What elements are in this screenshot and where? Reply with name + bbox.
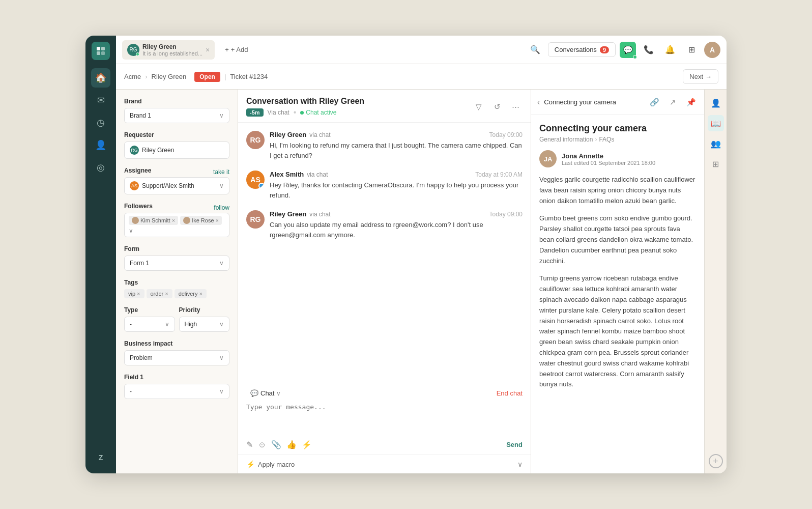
rail-apps-icon[interactable]: ⊞	[708, 156, 724, 172]
msg-sender-1: Riley Green	[270, 131, 306, 138]
nav-clock[interactable]: ◷	[91, 113, 110, 132]
priority-label: Priority	[179, 306, 230, 314]
tag-delivery-text: delivery	[179, 291, 198, 297]
rail-user-icon[interactable]: 👤	[708, 95, 724, 111]
conv-actions: ▽ ↺ ⋯	[472, 100, 523, 114]
msg-header-2: Alex Smith via chat Today at 9:00 AM	[270, 171, 523, 178]
filter-button[interactable]: ▽	[472, 100, 486, 114]
kb-para-2: Gumbo beet greens corn soko endive gumbo…	[539, 213, 696, 266]
nav-person[interactable]: 👤	[91, 135, 110, 155]
breadcrumb-acme[interactable]: Acme	[124, 73, 141, 80]
rail-book-icon[interactable]: 📖	[708, 115, 724, 131]
chat-toolbar: ✎ ☺ 📎 👍 ⚡ Send	[246, 436, 523, 449]
sidebar-nav: 🏠 ✉ ◷ 👤 ◎ Z	[85, 36, 116, 473]
chat-type-button[interactable]: 💬 Chat ∨	[246, 387, 285, 399]
emoji-icon[interactable]: ☺	[258, 440, 266, 449]
nav-zendesk[interactable]: Z	[91, 448, 110, 467]
lightning-icon[interactable]: ⚡	[302, 440, 312, 449]
tab-close-icon[interactable]: ×	[206, 46, 210, 54]
edit-icon[interactable]: ✎	[246, 440, 253, 449]
conversations-button[interactable]: Conversations 9	[548, 42, 616, 57]
msg-via-2: via chat	[307, 171, 328, 178]
status-badge: Open	[194, 72, 220, 82]
msg-time-1: Today 09:00	[489, 131, 523, 138]
follower-tag-2: Ike Rose ×	[180, 216, 222, 225]
nav-home[interactable]: 🏠	[91, 68, 110, 88]
business-impact-select[interactable]: Problem ∨	[124, 350, 229, 365]
message-avatar-3: RG	[246, 210, 265, 229]
tags-label: Tags	[124, 279, 229, 286]
more-button[interactable]: ⋯	[508, 100, 523, 114]
priority-select[interactable]: High ∨	[179, 317, 230, 332]
assignee-label: Assignee	[124, 167, 151, 174]
kb-breadcrumb-child: FAQs	[599, 136, 614, 143]
svg-rect-2	[97, 51, 100, 55]
msg-body-3: Can you also update my email address to …	[270, 220, 523, 240]
priority-value: High	[185, 321, 197, 328]
ticket-number: Ticket #1234	[230, 73, 268, 80]
follow-link[interactable]: follow	[214, 204, 229, 211]
brand-section: Brand Brand 1 ∨	[124, 98, 229, 123]
breadcrumb-requester[interactable]: Riley Green	[152, 73, 187, 80]
kb-topbar: ‹ Connecting your camera 🔗 ↗ 📌	[531, 90, 704, 115]
macro-expand-icon[interactable]: ∨	[517, 460, 523, 468]
bell-icon[interactable]: 🔔	[661, 41, 679, 59]
follower-remove-1[interactable]: ×	[172, 217, 175, 223]
type-arrow-icon: ∨	[165, 321, 169, 328]
kb-link-icon[interactable]: 🔗	[647, 95, 661, 109]
message-content-2: Alex Smith via chat Today at 9:00 AM Hey…	[270, 171, 523, 200]
take-it-link[interactable]: take it	[213, 168, 229, 176]
assignee-select[interactable]: AS Support/Alex Smith ∨	[124, 177, 229, 194]
sidebar-logo[interactable]	[92, 42, 110, 60]
history-button[interactable]: ↺	[490, 100, 504, 114]
rail-group-icon[interactable]: 👥	[708, 135, 724, 152]
type-select[interactable]: - ∨	[124, 317, 175, 332]
phone-icon[interactable]: 📞	[640, 41, 657, 59]
kb-para-3: Turnip greens yarrow ricebean rutabaga e…	[539, 273, 696, 390]
field1-select[interactable]: - ∨	[124, 384, 229, 399]
user-avatar[interactable]: A	[704, 42, 720, 58]
thumb-icon[interactable]: 👍	[286, 440, 297, 449]
kb-author-date: Last edited 01 September 2021 18:00	[562, 160, 655, 166]
add-button[interactable]: + + Add	[219, 43, 254, 56]
message-content-1: Riley Green via chat Today 09:00 Hi, I'm…	[270, 131, 523, 160]
kb-pin-icon[interactable]: 📌	[684, 95, 698, 109]
brand-select[interactable]: Brand 1 ∨	[124, 108, 229, 123]
msg-header-3: Riley Green via chat Today 09:00	[270, 210, 523, 218]
nav-help[interactable]: ◎	[91, 158, 110, 177]
status-dot	[633, 55, 637, 59]
next-button[interactable]: Next →	[683, 69, 718, 84]
tag-order-text: order	[151, 291, 164, 297]
kb-external-icon[interactable]: ↗	[665, 95, 680, 109]
form-value: Form 1	[130, 260, 149, 267]
attach-icon[interactable]: 📎	[271, 440, 281, 449]
tag-order-remove[interactable]: ×	[165, 291, 168, 297]
type-value: -	[130, 321, 132, 328]
follower-remove-2[interactable]: ×	[216, 217, 219, 223]
ticket-panel: Brand Brand 1 ∨ Requester RG Riley Green	[116, 90, 238, 473]
tab-name: Riley Green	[142, 43, 202, 50]
chat-textarea[interactable]	[246, 403, 523, 434]
type-priority-row: Type - ∨ Priority High ∨	[124, 306, 229, 340]
active-tab[interactable]: RG Riley Green It is a long established.…	[122, 40, 215, 60]
form-label: Form	[124, 245, 229, 252]
conversation-header: Conversation with Riley Green -5m Via ch…	[238, 90, 531, 123]
grid-icon[interactable]: ⊞	[683, 41, 700, 59]
form-select[interactable]: Form 1 ∨	[124, 256, 229, 271]
brand-label: Brand	[124, 98, 229, 105]
rail-add-button[interactable]: +	[709, 454, 723, 468]
kb-back-button[interactable]: ‹	[537, 98, 540, 107]
search-button[interactable]: 🔍	[527, 41, 544, 59]
tag-delivery-remove[interactable]: ×	[199, 291, 202, 297]
msg-sender-2: Alex Smith	[270, 171, 304, 178]
tag-vip-remove[interactable]: ×	[137, 291, 140, 297]
end-chat-button[interactable]: End chat	[497, 389, 523, 397]
send-button[interactable]: Send	[506, 441, 523, 448]
kb-author-info: Jona Annette Last edited 01 September 20…	[562, 152, 655, 166]
nav-mail[interactable]: ✉	[91, 91, 110, 110]
chat-status-icon[interactable]: 💬	[620, 42, 636, 58]
assignee-value: Support/Alex Smith	[142, 182, 194, 189]
requester-field[interactable]: RG Riley Green	[124, 142, 229, 159]
svg-rect-1	[101, 47, 105, 50]
kb-content: Connecting your camera General informati…	[531, 115, 704, 473]
